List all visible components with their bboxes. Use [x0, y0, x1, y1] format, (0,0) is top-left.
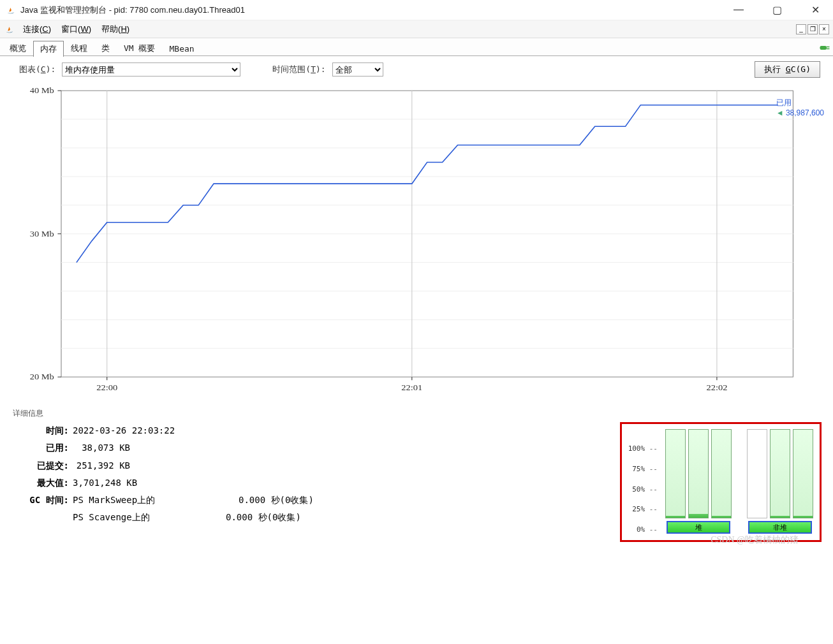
- details-table: 时间:2022-03-26 22:03:22 已用:38,073 KB 已提交:…: [15, 422, 314, 542]
- chart-controls: 图表(C): 堆内存使用量 时间范围(T): 全部 执行 GC(G): [0, 56, 833, 82]
- tab-mbean[interactable]: MBean: [162, 41, 201, 55]
- java-icon: [5, 4, 17, 16]
- maximize-button[interactable]: ▢: [764, 4, 790, 16]
- mdi-restore-icon[interactable]: ❐: [807, 24, 818, 34]
- tab-classes[interactable]: 类: [94, 40, 117, 56]
- mini-axis: 100% 75% 50% 25% 0%: [628, 444, 660, 534]
- menu-connect[interactable]: 连接(C): [20, 22, 54, 36]
- svg-rect-1: [827, 46, 830, 47]
- mdi-close-icon[interactable]: ×: [819, 24, 829, 34]
- nonheap-bars[interactable]: [747, 429, 813, 518]
- menubar: 连接(C) 窗口(W) 帮助(H) _ ❐ ×: [0, 20, 833, 38]
- memory-pool-bar[interactable]: [711, 429, 732, 518]
- close-button[interactable]: ✕: [802, 4, 828, 16]
- nonheap-button[interactable]: 非堆: [748, 521, 812, 534]
- svg-text:30 Mb: 30 Mb: [30, 229, 54, 238]
- time-range-select[interactable]: 全部: [332, 62, 383, 77]
- tab-memory[interactable]: 内存: [33, 41, 64, 57]
- titlebar: Java 监视和管理控制台 - pid: 7780 com.neu.day01.…: [0, 0, 833, 20]
- memory-pool-bar[interactable]: [688, 429, 709, 518]
- java-icon: [4, 24, 15, 35]
- tab-vmsummary[interactable]: VM 概要: [117, 40, 162, 56]
- mdi-minimize-icon[interactable]: _: [796, 24, 806, 34]
- svg-rect-0: [820, 46, 827, 50]
- memory-pool-bar[interactable]: [770, 429, 790, 518]
- window-title: Java 监视和管理控制台 - pid: 7780 com.neu.day01.…: [20, 4, 726, 16]
- tab-threads[interactable]: 线程: [64, 40, 94, 56]
- tab-overview[interactable]: 概览: [3, 40, 33, 56]
- connection-status-icon: [819, 44, 830, 53]
- perform-gc-button[interactable]: 执行 GC(G): [755, 61, 820, 78]
- chart-type-select[interactable]: 堆内存使用量: [62, 62, 240, 77]
- chart-type-label: 图表(C):: [19, 64, 55, 75]
- svg-text:20 Mb: 20 Mb: [30, 372, 54, 381]
- svg-text:22:02: 22:02: [706, 383, 727, 392]
- svg-text:22:01: 22:01: [401, 383, 422, 392]
- heap-button[interactable]: 堆: [667, 521, 730, 534]
- svg-text:40 Mb: 40 Mb: [30, 86, 54, 95]
- svg-text:22:00: 22:00: [96, 383, 117, 392]
- details-title: 详细信息: [10, 408, 46, 419]
- menu-help[interactable]: 帮助(H): [99, 22, 132, 36]
- svg-rect-2: [827, 48, 830, 49]
- current-value-label: 已用 ◄ 38,987,600: [776, 98, 824, 118]
- details-panel: 详细信息 时间:2022-03-26 22:03:22 已用:38,073 KB…: [9, 409, 824, 550]
- memory-pool-bar[interactable]: [747, 429, 767, 518]
- memory-pool-bar[interactable]: [665, 429, 686, 518]
- heap-bars[interactable]: [665, 429, 732, 518]
- menu-window[interactable]: 窗口(W): [59, 22, 94, 36]
- minimize-button[interactable]: —: [726, 4, 751, 16]
- tab-bar: 概览 内存 线程 类 VM 概要 MBean: [0, 38, 833, 56]
- memory-pools-panel: 100% 75% 50% 25% 0% 堆 非堆: [620, 422, 822, 542]
- memory-pool-bar[interactable]: [793, 429, 813, 518]
- time-range-label: 时间范围(T):: [272, 64, 325, 75]
- memory-chart: 20 Mb30 Mb40 Mb22:0022:0122:0222:03 已用 ◄…: [11, 84, 822, 403]
